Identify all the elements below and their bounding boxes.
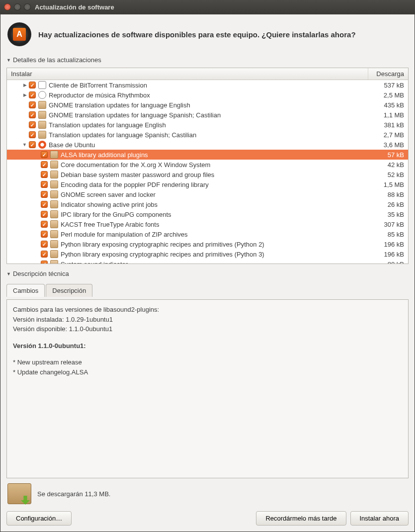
install-checkbox[interactable] [41, 251, 48, 258]
package-name: System sound indicator. [61, 261, 369, 264]
rhythmbox-icon [38, 91, 46, 99]
window-body: A Hay actualizaciones de software dispon… [0, 14, 415, 532]
package-icon [50, 171, 58, 178]
tab-content-changes: Cambios para las versiones de libasound2… [6, 299, 409, 478]
chevron-down-icon[interactable]: ▼ [22, 142, 27, 147]
install-now-button[interactable]: Instalar ahora [350, 511, 409, 526]
table-row[interactable]: Core documentation for the X.org X Windo… [7, 160, 408, 170]
table-row[interactable]: ▶Cliente de BitTorrent Transmission537 k… [7, 80, 408, 90]
package-name: Indicator showing active print jobs [61, 201, 369, 208]
chevron-down-icon: ▼ [6, 58, 11, 63]
install-checkbox[interactable] [29, 131, 36, 138]
install-checkbox[interactable] [41, 181, 48, 188]
package-size: 307 kB [369, 221, 408, 228]
changes-line: Versión disponible: 1.1.0-0ubuntu1 [13, 324, 402, 334]
changes-line: Cambios para las versiones de libasound2… [13, 305, 402, 315]
install-checkbox[interactable] [41, 241, 48, 248]
column-install[interactable]: Instalar [7, 68, 368, 80]
install-checkbox[interactable] [41, 171, 48, 178]
package-icon [50, 260, 58, 264]
chevron-right-icon[interactable]: ▶ [23, 83, 27, 88]
install-checkbox[interactable] [29, 141, 36, 148]
package-name: KACST free TrueType Arabic fonts [61, 221, 369, 228]
table-row[interactable]: GNOME screen saver and locker88 kB [7, 189, 408, 199]
tab-changes[interactable]: Cambios [6, 284, 45, 297]
tab-description[interactable]: Descripción [46, 284, 92, 297]
install-checkbox[interactable] [41, 231, 48, 238]
install-checkbox[interactable] [41, 151, 48, 158]
package-name: GNOME screen saver and locker [61, 191, 369, 198]
details-expander-label: Detalles de las actualizaciones [13, 56, 101, 64]
package-name: GNOME translation updates for language S… [49, 111, 369, 119]
install-checkbox[interactable] [29, 101, 36, 108]
package-name: Perl module for manipulation of ZIP arch… [61, 231, 369, 238]
table-row[interactable]: GNOME translation updates for language S… [7, 110, 408, 120]
column-download[interactable]: Descarga [368, 68, 408, 80]
details-expander[interactable]: ▼ Detalles de las actualizaciones [6, 55, 409, 65]
download-summary-text: Se descargarán 11,3 MB. [37, 490, 110, 498]
package-icon [50, 210, 58, 218]
table-row[interactable]: Translation updates for language English… [7, 120, 408, 130]
package-icon [50, 220, 58, 228]
install-checkbox[interactable] [29, 121, 36, 128]
install-checkbox[interactable] [41, 161, 48, 168]
package-size: 57 kB [369, 151, 408, 159]
ubuntu-icon [38, 141, 46, 149]
install-checkbox[interactable] [41, 201, 48, 208]
table-row[interactable]: ▶Reproductor de música Rhythmbox2,5 MB [7, 90, 408, 100]
remind-later-button[interactable]: Recordármelo más tarde [256, 511, 346, 526]
table-row[interactable]: Python library exposing cryptographic re… [7, 239, 408, 249]
transmission-icon [38, 81, 46, 89]
list-rows[interactable]: ▶Cliente de BitTorrent Transmission537 k… [7, 80, 408, 264]
package-size: 1,1 MB [369, 111, 408, 119]
table-row[interactable]: Encoding data for the poppler PDF render… [7, 179, 408, 189]
package-size: 35 kB [369, 211, 408, 218]
install-checkbox[interactable] [29, 91, 36, 98]
table-row[interactable]: GNOME translation updates for language E… [7, 100, 408, 110]
install-checkbox[interactable] [29, 82, 36, 89]
install-checkbox[interactable] [29, 111, 36, 118]
package-size: 3,6 MB [369, 141, 408, 149]
close-button[interactable] [4, 3, 11, 10]
install-checkbox[interactable] [41, 191, 48, 198]
table-row[interactable]: Debian base system master password and g… [7, 170, 408, 179]
chevron-right-icon[interactable]: ▶ [23, 92, 27, 97]
changes-line: * Update changelog.ALSA [13, 367, 402, 377]
table-row[interactable]: System sound indicator.80 kB [7, 259, 408, 264]
table-row[interactable]: ▼Base de Ubuntu3,6 MB [7, 140, 408, 150]
package-icon [50, 240, 58, 248]
table-row[interactable]: Python library exposing cryptographic re… [7, 249, 408, 259]
technical-description-expander[interactable]: ▼ Descripción técnica [6, 269, 409, 278]
package-name: Python library exposing cryptographic re… [61, 241, 369, 248]
table-row[interactable]: Perl module for manipulation of ZIP arch… [7, 229, 408, 239]
package-name: Cliente de BitTorrent Transmission [49, 82, 369, 89]
package-name: Base de Ubuntu [49, 141, 369, 149]
package-name: Translation updates for language Spanish… [49, 131, 369, 139]
package-size: 435 kB [369, 101, 408, 109]
table-row[interactable]: KACST free TrueType Arabic fonts307 kB [7, 219, 408, 229]
settings-button[interactable]: Configuración… [6, 511, 72, 526]
package-size: 2,5 MB [369, 91, 408, 99]
download-icon [7, 483, 31, 504]
download-summary-row: Se descargarán 11,3 MB. [6, 481, 409, 508]
package-size: 381 kB [369, 121, 408, 129]
minimize-button[interactable] [14, 3, 21, 10]
table-row[interactable]: Indicator showing active print jobs26 kB [7, 199, 408, 209]
install-checkbox[interactable] [41, 261, 48, 264]
package-icon [50, 180, 58, 188]
window-title: Actualización de software [35, 3, 114, 11]
changes-line: Versión 1.1.0-0ubuntu1: [13, 341, 402, 351]
install-checkbox[interactable] [41, 221, 48, 228]
list-header: Instalar Descarga [7, 68, 408, 80]
table-row[interactable]: ALSA library additional plugins57 kB [7, 150, 408, 160]
install-checkbox[interactable] [41, 211, 48, 218]
button-row: Configuración… Recordármelo más tarde In… [6, 511, 409, 526]
package-name: IPC library for the GnuPG components [61, 211, 369, 218]
tree-gutter: ▶ [7, 83, 29, 88]
package-size: 42 kB [369, 161, 408, 169]
table-row[interactable]: IPC library for the GnuPG components35 k… [7, 209, 408, 219]
table-row[interactable]: Translation updates for language Spanish… [7, 130, 408, 140]
maximize-button[interactable] [24, 3, 31, 10]
package-icon [50, 151, 58, 159]
package-icon [38, 101, 46, 109]
